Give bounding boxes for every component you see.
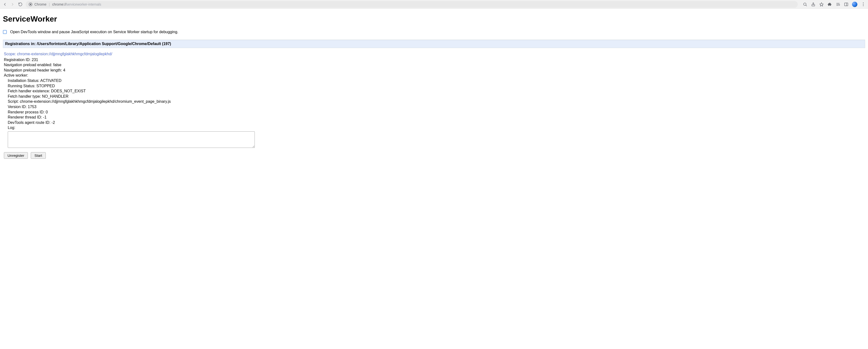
fetch-existence-row: Fetch handler existence: DOES_NOT_EXIST: [8, 88, 864, 94]
devtools-debug-checkbox[interactable]: [3, 30, 7, 34]
log-textarea[interactable]: [8, 132, 255, 148]
profile-avatar[interactable]: [852, 2, 857, 7]
active-worker-label: Active worker:: [4, 73, 864, 78]
chrome-menu-button[interactable]: [861, 2, 866, 7]
reading-list-icon[interactable]: [836, 2, 840, 7]
log-label: Log:: [8, 125, 864, 130]
nav-preload-enabled-row: Navigation preload enabled: false: [4, 62, 864, 68]
registration-entry: Scope: chrome-extension://djjmngfglakhkh…: [3, 48, 865, 159]
renderer-tid-row: Renderer thread ID: -1: [8, 115, 864, 120]
registration-actions: Unregister Start: [4, 152, 864, 159]
browser-toolbar: Chrome | chrome://serviceworker-internal…: [0, 0, 868, 9]
renderer-pid-row: Renderer process ID: 0: [8, 110, 864, 115]
svg-marker-5: [820, 2, 824, 6]
registrations-header-prefix: Registrations in:: [5, 42, 37, 46]
address-url-scheme: chrome://: [52, 2, 66, 6]
reload-button[interactable]: [18, 2, 23, 7]
registrations-count: 197: [163, 42, 170, 46]
devtools-debug-option: Open DevTools window and pause JavaScrip…: [3, 30, 865, 34]
site-info-icon[interactable]: [29, 2, 32, 6]
forward-button: [10, 2, 15, 7]
page-title: ServiceWorker: [3, 14, 865, 24]
registrations-profile-path: /Users/forinton/Library/Application Supp…: [37, 42, 161, 46]
installation-status-row: Installation Status: ACTIVATED: [8, 78, 864, 83]
extensions-icon[interactable]: [827, 2, 832, 7]
fetch-type-row: Fetch handler type: NO_HANDLER: [8, 94, 864, 99]
version-id-row: Version ID: 1753: [8, 104, 864, 110]
running-status-row: Running Status: STOPPED: [8, 83, 864, 89]
devtools-route-row: DevTools agent route ID: -2: [8, 120, 864, 125]
address-separator: |: [49, 2, 50, 6]
active-worker-details: Installation Status: ACTIVATED Running S…: [8, 78, 864, 148]
share-icon[interactable]: [811, 2, 816, 7]
script-row: Script: chrome-extension://djjmngfglakhk…: [8, 99, 864, 104]
address-url-path: serviceworker-internals: [66, 2, 101, 6]
back-button[interactable]: [2, 2, 7, 7]
nav-preload-header-len-row: Navigation preload header length: 4: [4, 68, 864, 73]
address-origin-label: Chrome: [34, 2, 46, 6]
unregister-button[interactable]: Unregister: [4, 152, 28, 159]
svg-rect-9: [844, 3, 848, 6]
svg-point-1: [30, 4, 31, 5]
page-content: ServiceWorker Open DevTools window and p…: [0, 9, 868, 169]
side-panel-icon[interactable]: [844, 2, 848, 7]
registrations-header: Registrations in: /Users/forinton/Librar…: [3, 40, 865, 48]
devtools-debug-label: Open DevTools window and pause JavaScrip…: [10, 30, 178, 34]
bookmark-star-icon[interactable]: [819, 2, 824, 7]
registration-scope[interactable]: Scope: chrome-extension://djjmngfglakhkh…: [4, 51, 864, 57]
scope-label: Scope:: [4, 52, 17, 56]
registration-id-row: Registration ID: 231: [4, 57, 864, 62]
svg-line-3: [806, 5, 806, 6]
zoom-icon[interactable]: [803, 2, 807, 7]
start-button[interactable]: Start: [31, 152, 46, 159]
address-bar[interactable]: Chrome | chrome://serviceworker-internal…: [26, 1, 798, 8]
toolbar-right-cluster: [803, 2, 866, 7]
scope-value: chrome-extension://djjmngfglakhkhmgcfdmj…: [17, 52, 112, 56]
